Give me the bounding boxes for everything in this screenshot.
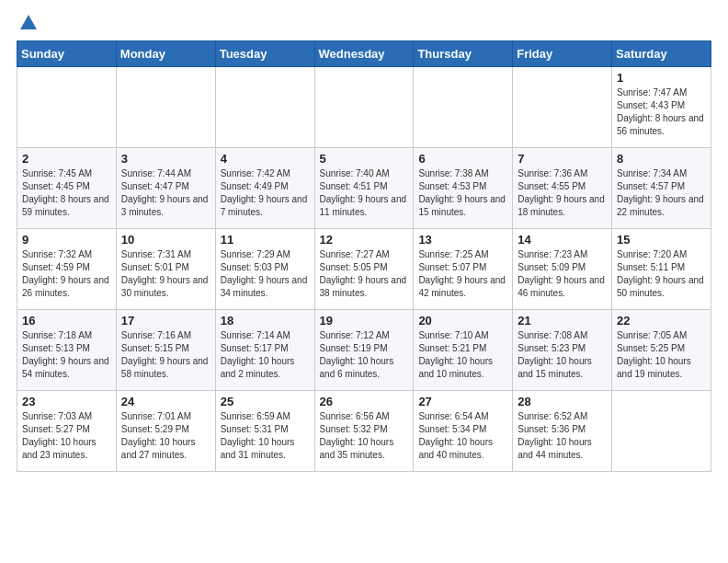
col-monday: Monday — [116, 41, 215, 67]
table-row: 5Sunrise: 7:40 AM Sunset: 4:51 PM Daylig… — [314, 148, 414, 229]
day-number: 17 — [121, 314, 210, 327]
day-number: 27 — [418, 395, 507, 408]
page: Sunday Monday Tuesday Wednesday Thursday… — [0, 0, 728, 481]
day-info: Sunrise: 7:16 AM Sunset: 5:15 PM Dayligh… — [121, 329, 210, 381]
day-number: 21 — [518, 314, 607, 327]
day-info: Sunrise: 7:45 AM Sunset: 4:45 PM Dayligh… — [22, 167, 111, 219]
logo — [17, 17, 39, 33]
day-info: Sunrise: 6:52 AM Sunset: 5:36 PM Dayligh… — [518, 410, 607, 462]
table-row: 12Sunrise: 7:27 AM Sunset: 5:05 PM Dayli… — [314, 229, 414, 310]
day-info: Sunrise: 7:18 AM Sunset: 5:13 PM Dayligh… — [22, 329, 111, 381]
day-info: Sunrise: 7:14 AM Sunset: 5:17 PM Dayligh… — [221, 329, 310, 381]
day-info: Sunrise: 7:44 AM Sunset: 4:47 PM Dayligh… — [121, 167, 210, 219]
col-wednesday: Wednesday — [314, 41, 414, 67]
day-info: Sunrise: 7:31 AM Sunset: 5:01 PM Dayligh… — [121, 248, 210, 300]
table-row: 20Sunrise: 7:10 AM Sunset: 5:21 PM Dayli… — [414, 310, 513, 391]
day-number: 3 — [121, 152, 210, 166]
day-info: Sunrise: 7:25 AM Sunset: 5:07 PM Dayligh… — [418, 248, 507, 300]
calendar-table: Sunday Monday Tuesday Wednesday Thursday… — [17, 40, 711, 472]
day-info: Sunrise: 7:27 AM Sunset: 5:05 PM Dayligh… — [320, 248, 409, 300]
table-row: 14Sunrise: 7:23 AM Sunset: 5:09 PM Dayli… — [513, 229, 612, 310]
day-number: 26 — [320, 395, 409, 408]
calendar-week-row: 23Sunrise: 7:03 AM Sunset: 5:27 PM Dayli… — [17, 391, 711, 472]
table-row: 13Sunrise: 7:25 AM Sunset: 5:07 PM Dayli… — [414, 229, 513, 310]
table-row: 26Sunrise: 6:56 AM Sunset: 5:32 PM Dayli… — [314, 391, 414, 472]
day-info: Sunrise: 7:05 AM Sunset: 5:25 PM Dayligh… — [617, 329, 706, 381]
day-number: 19 — [320, 314, 409, 327]
table-row: 23Sunrise: 7:03 AM Sunset: 5:27 PM Dayli… — [17, 391, 117, 472]
col-tuesday: Tuesday — [215, 41, 314, 67]
day-info: Sunrise: 7:01 AM Sunset: 5:29 PM Dayligh… — [121, 410, 210, 462]
day-info: Sunrise: 7:47 AM Sunset: 4:43 PM Dayligh… — [617, 86, 706, 138]
day-number: 15 — [617, 233, 706, 247]
table-row: 11Sunrise: 7:29 AM Sunset: 5:03 PM Dayli… — [215, 229, 314, 310]
header — [17, 17, 711, 33]
table-row: 8Sunrise: 7:34 AM Sunset: 4:57 PM Daylig… — [612, 148, 711, 229]
table-row: 15Sunrise: 7:20 AM Sunset: 5:11 PM Dayli… — [612, 229, 711, 310]
day-number: 14 — [518, 233, 607, 247]
day-number: 23 — [22, 395, 111, 408]
table-row: 27Sunrise: 6:54 AM Sunset: 5:34 PM Dayli… — [414, 391, 513, 472]
logo-triangle-icon — [18, 13, 39, 33]
table-row: 25Sunrise: 6:59 AM Sunset: 5:31 PM Dayli… — [215, 391, 314, 472]
day-info: Sunrise: 7:20 AM Sunset: 5:11 PM Dayligh… — [617, 248, 706, 300]
table-row: 28Sunrise: 6:52 AM Sunset: 5:36 PM Dayli… — [513, 391, 612, 472]
table-row — [414, 67, 513, 148]
svg-marker-0 — [20, 15, 37, 29]
day-number: 13 — [418, 233, 507, 247]
day-number: 4 — [221, 152, 310, 166]
col-thursday: Thursday — [414, 41, 513, 67]
day-number: 16 — [22, 314, 111, 327]
table-row: 16Sunrise: 7:18 AM Sunset: 5:13 PM Dayli… — [17, 310, 117, 391]
day-number: 25 — [221, 395, 310, 408]
table-row — [116, 67, 215, 148]
col-friday: Friday — [513, 41, 612, 67]
table-row: 21Sunrise: 7:08 AM Sunset: 5:23 PM Dayli… — [513, 310, 612, 391]
day-info: Sunrise: 6:54 AM Sunset: 5:34 PM Dayligh… — [418, 410, 507, 462]
calendar-week-row: 9Sunrise: 7:32 AM Sunset: 4:59 PM Daylig… — [17, 229, 711, 310]
table-row — [314, 67, 414, 148]
day-number: 11 — [221, 233, 310, 247]
day-number: 6 — [418, 152, 507, 166]
table-row: 9Sunrise: 7:32 AM Sunset: 4:59 PM Daylig… — [17, 229, 117, 310]
calendar-week-row: 2Sunrise: 7:45 AM Sunset: 4:45 PM Daylig… — [17, 148, 711, 229]
day-info: Sunrise: 7:12 AM Sunset: 5:19 PM Dayligh… — [320, 329, 409, 381]
table-row: 24Sunrise: 7:01 AM Sunset: 5:29 PM Dayli… — [116, 391, 215, 472]
table-row — [17, 67, 117, 148]
calendar-header-row: Sunday Monday Tuesday Wednesday Thursday… — [17, 41, 711, 67]
table-row: 1Sunrise: 7:47 AM Sunset: 4:43 PM Daylig… — [612, 67, 711, 148]
day-number: 22 — [617, 314, 706, 327]
day-number: 10 — [121, 233, 210, 247]
day-number: 24 — [121, 395, 210, 408]
table-row: 22Sunrise: 7:05 AM Sunset: 5:25 PM Dayli… — [612, 310, 711, 391]
day-number: 9 — [22, 233, 111, 247]
day-info: Sunrise: 7:08 AM Sunset: 5:23 PM Dayligh… — [518, 329, 607, 381]
day-info: Sunrise: 7:42 AM Sunset: 4:49 PM Dayligh… — [221, 167, 310, 219]
day-number: 8 — [617, 152, 706, 166]
day-number: 2 — [22, 152, 111, 166]
day-info: Sunrise: 7:23 AM Sunset: 5:09 PM Dayligh… — [518, 248, 607, 300]
day-info: Sunrise: 7:34 AM Sunset: 4:57 PM Dayligh… — [617, 167, 706, 219]
day-info: Sunrise: 7:32 AM Sunset: 4:59 PM Dayligh… — [22, 248, 111, 300]
col-sunday: Sunday — [17, 41, 117, 67]
calendar-week-row: 16Sunrise: 7:18 AM Sunset: 5:13 PM Dayli… — [17, 310, 711, 391]
table-row: 17Sunrise: 7:16 AM Sunset: 5:15 PM Dayli… — [116, 310, 215, 391]
day-number: 28 — [518, 395, 607, 408]
day-number: 20 — [418, 314, 507, 327]
day-info: Sunrise: 7:40 AM Sunset: 4:51 PM Dayligh… — [320, 167, 409, 219]
table-row — [513, 67, 612, 148]
day-info: Sunrise: 7:10 AM Sunset: 5:21 PM Dayligh… — [418, 329, 507, 381]
col-saturday: Saturday — [612, 41, 711, 67]
table-row: 3Sunrise: 7:44 AM Sunset: 4:47 PM Daylig… — [116, 148, 215, 229]
day-number: 18 — [221, 314, 310, 327]
table-row: 2Sunrise: 7:45 AM Sunset: 4:45 PM Daylig… — [17, 148, 117, 229]
day-number: 7 — [518, 152, 607, 166]
table-row: 7Sunrise: 7:36 AM Sunset: 4:55 PM Daylig… — [513, 148, 612, 229]
table-row — [612, 391, 711, 472]
day-info: Sunrise: 7:03 AM Sunset: 5:27 PM Dayligh… — [22, 410, 111, 462]
day-number: 1 — [617, 71, 706, 85]
day-number: 12 — [320, 233, 409, 247]
table-row: 18Sunrise: 7:14 AM Sunset: 5:17 PM Dayli… — [215, 310, 314, 391]
day-info: Sunrise: 6:56 AM Sunset: 5:32 PM Dayligh… — [320, 410, 409, 462]
day-info: Sunrise: 7:36 AM Sunset: 4:55 PM Dayligh… — [518, 167, 607, 219]
